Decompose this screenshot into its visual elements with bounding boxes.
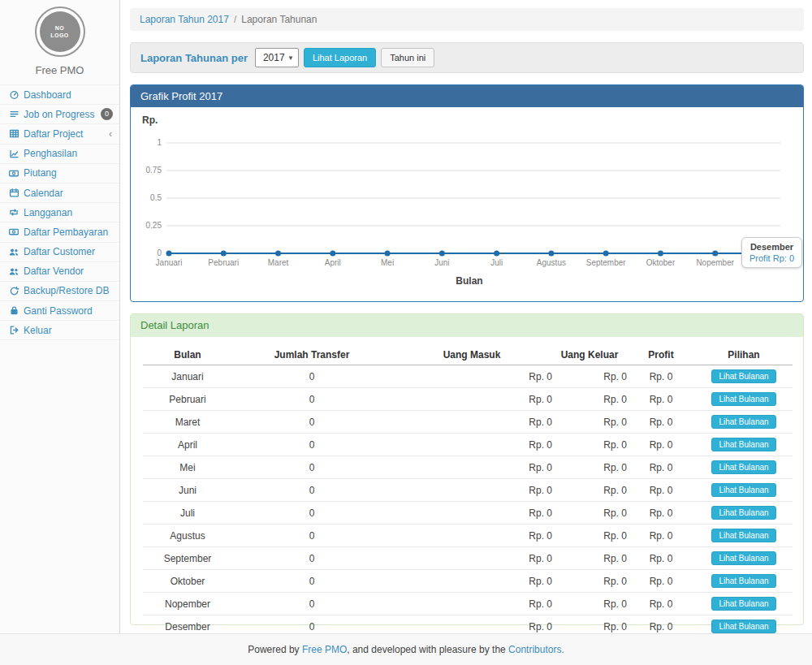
chart-panel-title: Grafik Profit 2017 [131,85,803,107]
lock-icon [6,305,21,316]
lihat-bulanan-button[interactable]: Lihat Bulanan [711,620,775,633]
cell-profit: Rp. 0 [627,593,695,615]
tooltip-value: Profit Rp: 0 [749,253,794,263]
lihat-bulanan-button[interactable]: Lihat Bulanan [711,506,775,520]
lihat-bulanan-button[interactable]: Lihat Bulanan [711,369,775,383]
sidebar-item-backup-restore-db[interactable]: Backup/Restore DB [0,282,119,301]
detail-panel-title: Detail Laporan [131,314,803,337]
cell-month: Pebruari [143,388,232,411]
sidebar-item-label: Calendar [24,188,63,199]
sidebar-item-penghasilan[interactable]: Penghasilan [0,145,119,164]
lihat-bulanan-button[interactable]: Lihat Bulanan [711,551,775,565]
column-header-profit: Profit [627,345,695,365]
sidebar-item-keluar[interactable]: Keluar [0,321,119,340]
sidebar-item-label: Piutang [24,167,57,179]
sidebar-item-job-on-progress[interactable]: Job on Progress0 [0,105,119,124]
report-table: BulanJumlah TransferUang MasukUang Kelua… [143,345,793,658]
cell-transfer: 0 [232,593,391,615]
lihat-bulanan-button[interactable]: Lihat Bulanan [711,415,775,429]
breadcrumb-separator: / [234,14,236,25]
cell-uang-masuk: Rp. 0 [391,365,552,388]
cell-action: Lihat Bulanan [695,525,793,547]
cell-action: Lihat Bulanan [695,547,793,570]
table-row-agustus: Agustus0Rp. 0Rp. 0Rp. 0Lihat Bulanan [143,525,793,547]
lihat-bulanan-button[interactable]: Lihat Bulanan [711,460,775,474]
breadcrumb-link-laporan-tahun[interactable]: Laporan Tahun 2017 [140,14,229,25]
year-select[interactable]: 2017 ▼ [255,48,299,67]
cell-month: Oktober [143,570,232,593]
lihat-bulanan-button[interactable]: Lihat Bulanan [711,392,775,406]
lihat-bulanan-button[interactable]: Lihat Bulanan [711,597,775,611]
cell-profit: Rp. 0 [627,479,695,502]
refresh-icon [6,286,21,296]
table-row-januari: Januari0Rp. 0Rp. 0Rp. 0Lihat Bulanan [143,365,793,388]
tahun-ini-button[interactable]: Tahun ini [381,48,434,67]
cell-profit: Rp. 0 [627,525,695,547]
cell-uang-masuk: Rp. 0 [391,434,552,456]
sidebar-item-dashboard[interactable]: Dashboard [0,85,119,105]
lihat-bulanan-button[interactable]: Lihat Bulanan [711,574,775,588]
lihat-laporan-button[interactable]: Lihat Laporan [304,48,376,67]
cell-action: Lihat Bulanan [695,434,793,456]
sign-out-icon [6,325,21,335]
lihat-bulanan-button[interactable]: Lihat Bulanan [711,438,775,451]
page-footer: Powered by Free PMO, and developed with … [0,633,812,665]
breadcrumb: Laporan Tahun 2017/Laporan Tahunan [130,8,804,31]
column-header-pilihan: Pilihan [695,345,793,365]
lihat-bulanan-button[interactable]: Lihat Bulanan [711,529,775,542]
sidebar-item-daftar-customer[interactable]: Daftar Customer [0,243,119,262]
sidebar-item-ganti-password[interactable]: Ganti Password [0,301,119,321]
cell-action: Lihat Bulanan [695,365,793,388]
cell-profit: Rp. 0 [627,570,695,593]
breadcrumb-current: Laporan Tahunan [241,14,317,25]
brand-name: Free PMO [0,64,119,76]
sidebar-item-piutang[interactable]: Piutang [0,164,119,184]
svg-text:Agustus: Agustus [537,258,566,267]
footer-text-prefix: Powered by [248,644,302,655]
table-row-april: April0Rp. 0Rp. 0Rp. 0Lihat Bulanan [143,434,793,456]
svg-text:0.25: 0.25 [146,221,162,230]
lihat-bulanan-button[interactable]: Lihat Bulanan [711,483,775,497]
tasks-icon [6,109,21,119]
sidebar-menu: DashboardJob on Progress0Daftar Project‹… [0,84,119,340]
cell-uang-keluar: Rp. 0 [552,479,627,502]
cell-uang-masuk: Rp. 0 [391,593,552,615]
main-content: Laporan Tahun 2017/Laporan Tahunan Lapor… [120,0,812,633]
sidebar-item-label: Dashboard [24,89,71,101]
footer-link-contributors[interactable]: Contributors. [508,644,564,655]
svg-text:0.75: 0.75 [146,166,162,175]
sidebar-item-label: Ganti Password [24,305,93,317]
cell-uang-keluar: Rp. 0 [552,434,627,456]
cell-month: Maret [143,411,232,434]
cell-transfer: 0 [232,547,391,570]
footer-link-free-pmo[interactable]: Free PMO [302,644,347,655]
svg-text:Juni: Juni [434,258,449,267]
sidebar-item-daftar-pembayaran[interactable]: Daftar Pembayaran [0,222,119,242]
sidebar-item-label: Daftar Customer [24,246,95,257]
cell-month: September [143,547,232,570]
table-row-maret: Maret0Rp. 0Rp. 0Rp. 0Lihat Bulanan [143,411,793,434]
cell-profit: Rp. 0 [627,502,695,525]
sidebar-item-label: Penghasilan [24,148,77,159]
sidebar-item-label: Daftar Vendor [24,266,84,277]
cell-month: Agustus [143,525,232,547]
line-chart-icon [6,149,21,159]
cell-uang-keluar: Rp. 0 [552,570,627,593]
table-row-september: September0Rp. 0Rp. 0Rp. 0Lihat Bulanan [143,547,793,570]
chart-tooltip: Desember Profit Rp: 0 [741,237,802,268]
svg-text:Mei: Mei [381,258,394,267]
table-row-pebruari: Pebruari0Rp. 0Rp. 0Rp. 0Lihat Bulanan [143,388,793,411]
report-table-header-row: BulanJumlah TransferUang MasukUang Kelua… [143,345,793,365]
cell-profit: Rp. 0 [627,456,695,479]
cell-uang-masuk: Rp. 0 [391,570,552,593]
cell-uang-masuk: Rp. 0 [391,411,552,434]
sidebar-item-langganan[interactable]: Langganan [0,203,119,222]
sidebar-item-daftar-project[interactable]: Daftar Project‹ [0,124,119,144]
logo-text-line2: LOGO [50,32,69,39]
sidebar-item-daftar-vendor[interactable]: Daftar Vendor [0,262,119,282]
column-header-uang-masuk: Uang Masuk [391,345,552,365]
sidebar-item-calendar[interactable]: Calendar [0,184,119,203]
money-icon [6,227,21,237]
table-row-mei: Mei0Rp. 0Rp. 0Rp. 0Lihat Bulanan [143,456,793,479]
svg-text:0.5: 0.5 [150,193,162,202]
